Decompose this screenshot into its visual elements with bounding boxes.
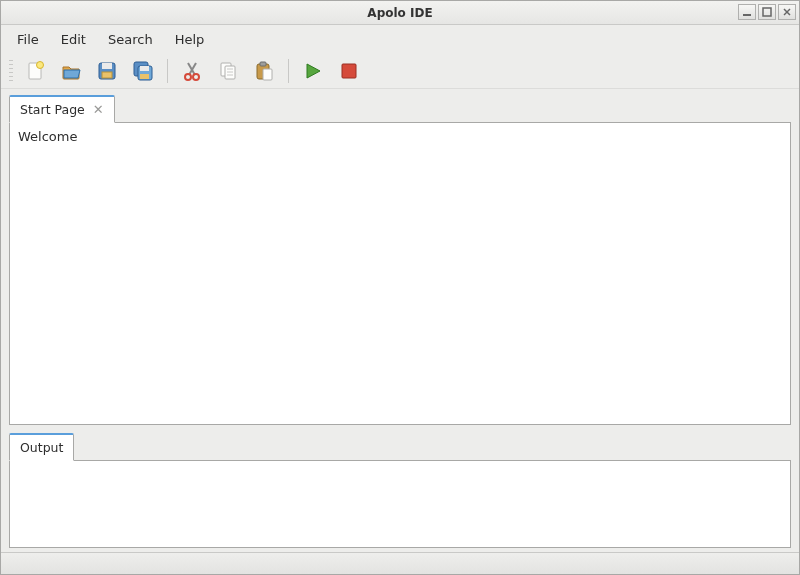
toolbar-separator: [167, 59, 168, 83]
close-icon[interactable]: ✕: [93, 103, 104, 116]
new-file-icon: [24, 60, 46, 82]
stop-icon: [338, 60, 360, 82]
menu-file[interactable]: File: [7, 28, 49, 51]
app-window: Apolo IDE File Edit Search Help: [0, 0, 800, 575]
tab-start-page[interactable]: Start Page ✕: [9, 95, 115, 123]
output-panel: Output: [9, 433, 791, 548]
open-folder-icon: [60, 60, 82, 82]
paste-icon: [253, 60, 275, 82]
copy-button[interactable]: [214, 57, 242, 85]
menu-edit[interactable]: Edit: [51, 28, 96, 51]
svg-rect-26: [342, 64, 356, 78]
editor-tabstrip: Start Page ✕: [9, 95, 791, 122]
window-controls: [738, 4, 796, 20]
svg-rect-7: [102, 63, 112, 69]
svg-point-15: [185, 74, 191, 80]
maximize-icon: [762, 7, 772, 17]
editor-content: Welcome: [18, 129, 77, 144]
minimize-button[interactable]: [738, 4, 756, 20]
close-button[interactable]: [778, 4, 796, 20]
svg-point-5: [37, 61, 44, 68]
svg-rect-1: [763, 8, 771, 16]
tab-label: Output: [20, 440, 63, 455]
output-tabstrip: Output: [9, 433, 791, 460]
save-button[interactable]: [93, 57, 121, 85]
menu-help[interactable]: Help: [165, 28, 215, 51]
save-all-icon: [132, 60, 154, 82]
minimize-icon: [742, 7, 752, 17]
titlebar: Apolo IDE: [1, 1, 799, 25]
stop-button[interactable]: [335, 57, 363, 85]
svg-point-16: [193, 74, 199, 80]
svg-rect-0: [743, 14, 751, 16]
maximize-button[interactable]: [758, 4, 776, 20]
run-icon: [302, 60, 324, 82]
svg-rect-23: [260, 62, 266, 66]
run-button[interactable]: [299, 57, 327, 85]
paste-button[interactable]: [250, 57, 278, 85]
svg-rect-24: [263, 69, 272, 80]
statusbar: [1, 552, 799, 574]
menu-search[interactable]: Search: [98, 28, 163, 51]
editor-pane[interactable]: Welcome: [9, 122, 791, 425]
content-area: Start Page ✕ Welcome Output: [1, 89, 799, 552]
toolbar-separator: [288, 59, 289, 83]
tab-label: Start Page: [20, 102, 85, 117]
tab-output[interactable]: Output: [9, 433, 74, 461]
cut-button[interactable]: [178, 57, 206, 85]
toolbar: [1, 53, 799, 89]
close-icon: [782, 7, 792, 17]
svg-rect-11: [140, 66, 149, 71]
copy-icon: [217, 60, 239, 82]
save-icon: [96, 60, 118, 82]
svg-rect-8: [102, 72, 112, 78]
editor-panel: Start Page ✕ Welcome: [9, 95, 791, 425]
svg-rect-12: [140, 74, 149, 79]
cut-icon: [181, 60, 203, 82]
new-file-button[interactable]: [21, 57, 49, 85]
output-pane[interactable]: [9, 460, 791, 548]
save-all-button[interactable]: [129, 57, 157, 85]
window-title: Apolo IDE: [367, 6, 432, 20]
svg-marker-25: [307, 64, 320, 78]
toolbar-grip: [9, 60, 13, 82]
open-button[interactable]: [57, 57, 85, 85]
menubar: File Edit Search Help: [1, 25, 799, 53]
